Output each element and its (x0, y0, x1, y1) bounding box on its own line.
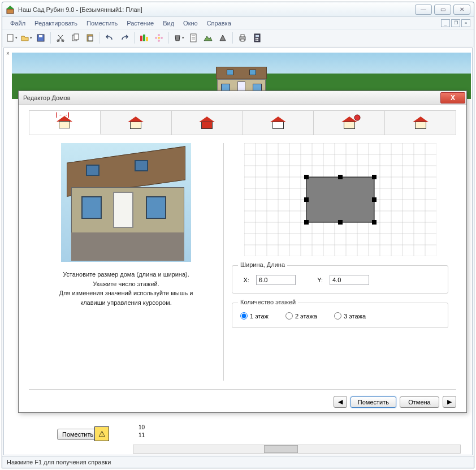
mdi-restore-icon[interactable]: ❐ (451, 19, 460, 27)
save-button[interactable] (34, 31, 47, 45)
svg-rect-37 (304, 220, 309, 225)
hint-text: Установите размер дома (длина и ширина).… (34, 270, 218, 307)
redo-button[interactable] (118, 31, 131, 45)
mdi-close-icon[interactable]: × (461, 19, 470, 27)
y-label: Y: (314, 277, 323, 283)
main-window: Наш Сад Рубин 9.0 - [Безымянный1: План] … (2, 2, 474, 468)
toolbar (2, 29, 474, 46)
open-button[interactable] (19, 31, 33, 45)
place-button[interactable]: Поместить (350, 396, 396, 408)
maximize-button[interactable]: ▭ (434, 5, 451, 15)
svg-rect-25 (256, 35, 259, 37)
footprint-editor[interactable] (244, 143, 436, 256)
x-input[interactable] (256, 275, 296, 285)
menu-edit[interactable]: Редактировать (30, 19, 82, 28)
house-editor-dialog: Редактор Домов X ┃←→┃ (18, 90, 467, 413)
svg-rect-27 (257, 38, 258, 39)
menu-view[interactable]: Вид (158, 19, 179, 28)
svg-marker-20 (220, 35, 226, 41)
floor-2-radio[interactable]: 2 этажа (285, 312, 317, 320)
tool-sheet-icon[interactable] (187, 31, 200, 45)
svg-rect-35 (304, 197, 309, 202)
tab-window-icon[interactable] (314, 111, 385, 135)
tab-door-icon[interactable] (243, 111, 314, 135)
menu-file[interactable]: Файл (6, 19, 30, 28)
status-text: Нажмите F1 для получения справки (7, 459, 111, 465)
next-button[interactable]: ▶ (443, 396, 456, 408)
cancel-button[interactable]: Отмена (400, 396, 439, 408)
menu-place[interactable]: Поместить (82, 19, 122, 28)
ruler-tick: 11 (139, 432, 145, 438)
tool-terrain-icon[interactable] (201, 31, 215, 45)
dialog-title: Редактор Домов (23, 94, 71, 101)
panel-close-icon[interactable]: × (6, 50, 12, 56)
minimize-button[interactable]: — (415, 5, 432, 15)
floor-1-radio[interactable]: 1 этаж (240, 312, 269, 320)
warning-icon[interactable]: ⚠ (94, 426, 109, 441)
svg-point-17 (155, 37, 157, 39)
dialog-close-button[interactable]: X (440, 92, 465, 104)
menu-help[interactable]: Справка (202, 19, 236, 28)
svg-rect-10 (88, 36, 93, 41)
tab-roof-icon[interactable] (385, 111, 456, 135)
svg-marker-1 (6, 6, 14, 9)
dimensions-group: Ширина, Длина X: Y: (232, 265, 448, 294)
tab-dimensions[interactable]: ┃←→┃ (29, 111, 101, 135)
prev-button[interactable]: ◀ (334, 396, 347, 408)
svg-rect-8 (74, 34, 79, 40)
horizontal-scrollbar[interactable] (133, 445, 461, 454)
new-button[interactable] (5, 31, 18, 45)
svg-rect-31 (306, 177, 374, 222)
svg-rect-39 (372, 220, 377, 225)
svg-rect-13 (146, 37, 148, 41)
svg-rect-29 (257, 40, 258, 41)
y-input[interactable] (330, 275, 369, 285)
floors-group: Количество этажей 1 этаж 2 этажа 3 этажа (232, 303, 448, 328)
svg-rect-2 (7, 35, 13, 41)
svg-rect-12 (143, 35, 145, 41)
svg-point-18 (161, 37, 163, 39)
app-icon (6, 5, 15, 14)
floors-legend: Количество этажей (238, 299, 298, 305)
svg-rect-33 (338, 175, 343, 179)
tool-cone-icon[interactable] (216, 31, 230, 45)
svg-rect-26 (256, 38, 257, 39)
tab-color-icon[interactable] (172, 111, 243, 135)
menu-plant[interactable]: Растение (122, 19, 158, 28)
dimensions-legend: Ширина, Длина (238, 261, 287, 268)
tool-bucket-icon[interactable] (172, 31, 185, 45)
svg-rect-0 (7, 9, 14, 14)
svg-rect-28 (256, 40, 257, 41)
ruler-tick: 10 (139, 424, 145, 430)
cut-button[interactable] (54, 31, 67, 45)
paste-button[interactable] (83, 31, 97, 45)
tool-calc-icon[interactable] (250, 31, 264, 45)
tool-flower-icon[interactable] (152, 31, 166, 45)
tab-row: ┃←→┃ (29, 110, 456, 135)
menu-window[interactable]: Окно (179, 19, 202, 28)
floor-3-radio[interactable]: 3 этажа (334, 312, 366, 320)
svg-rect-32 (304, 175, 309, 179)
undo-button[interactable] (103, 31, 116, 45)
svg-point-15 (158, 34, 160, 36)
menubar: Файл Редактировать Поместить Растение Ви… (2, 17, 474, 29)
window-title: Наш Сад Рубин 9.0 - [Безымянный1: План] (18, 6, 415, 13)
svg-rect-11 (140, 36, 142, 41)
dialog-titlebar: Редактор Домов X (19, 91, 466, 105)
svg-rect-23 (241, 39, 244, 41)
statusbar: Нажмите F1 для получения справки (2, 456, 474, 468)
svg-rect-19 (191, 34, 196, 42)
tool-print-icon[interactable] (236, 31, 249, 45)
copy-button[interactable] (68, 31, 82, 45)
tab-style-icon[interactable] (101, 111, 172, 135)
close-button[interactable]: ✕ (453, 5, 470, 15)
svg-rect-36 (372, 197, 377, 202)
ruler: 10 11 (133, 424, 471, 442)
titlebar: Наш Сад Рубин 9.0 - [Безымянный1: План] … (2, 2, 474, 17)
mdi-minimize-icon[interactable]: _ (441, 19, 450, 27)
place-button-bottom[interactable]: Поместить (57, 429, 98, 440)
svg-point-16 (158, 40, 160, 42)
svg-point-30 (354, 115, 360, 120)
tool-colorchart[interactable] (137, 31, 151, 45)
svg-rect-34 (372, 175, 377, 179)
